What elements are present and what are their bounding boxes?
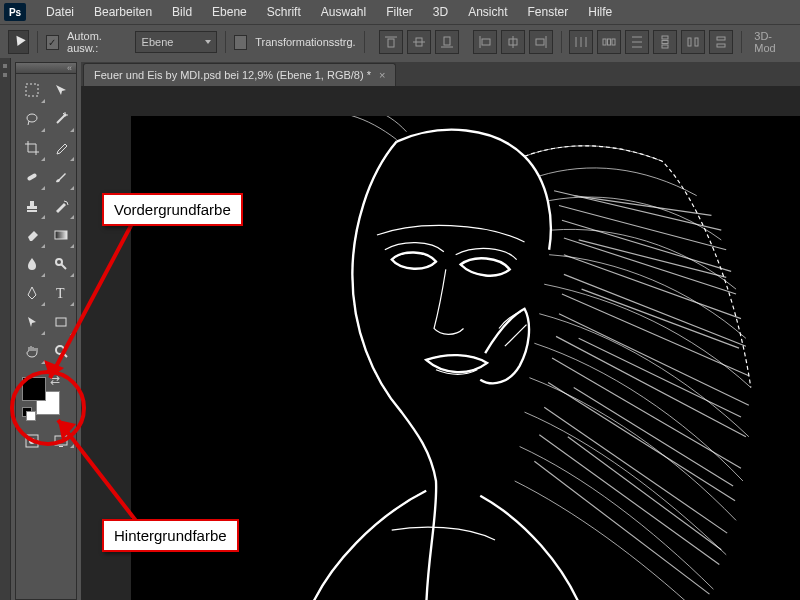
align-hcenter-icon[interactable] xyxy=(501,30,525,54)
menu-ansicht[interactable]: Ansicht xyxy=(458,0,517,24)
menu-schrift[interactable]: Schrift xyxy=(257,0,311,24)
active-tool-icon[interactable] xyxy=(8,30,29,54)
mode-3d-label[interactable]: 3D-Mod xyxy=(750,30,792,54)
svg-rect-27 xyxy=(717,44,725,47)
tool-magic-wand[interactable] xyxy=(47,105,75,133)
svg-text:T: T xyxy=(56,286,65,301)
app-logo: Ps xyxy=(4,3,26,21)
annotation-circle xyxy=(10,370,86,446)
align-left-icon[interactable] xyxy=(473,30,497,54)
close-tab-icon[interactable]: × xyxy=(379,69,385,81)
distribute-w-icon[interactable] xyxy=(681,30,705,54)
tool-lasso[interactable] xyxy=(18,105,46,133)
transform-controls-label: Transformationsstrg. xyxy=(255,36,355,48)
align-right-icon[interactable] xyxy=(529,30,553,54)
tool-pen[interactable] xyxy=(18,279,46,307)
svg-rect-31 xyxy=(27,173,38,181)
toolbox-collapse[interactable] xyxy=(16,63,76,74)
tool-hand[interactable] xyxy=(18,337,46,365)
menu-bearbeiten[interactable]: Bearbeiten xyxy=(84,0,162,24)
svg-rect-24 xyxy=(688,38,691,46)
annotation-background-label: Hintergrundfarbe xyxy=(102,519,239,552)
svg-rect-33 xyxy=(55,231,67,239)
separator xyxy=(561,31,562,53)
svg-rect-7 xyxy=(482,39,490,45)
align-vcenter-icon[interactable] xyxy=(407,30,431,54)
svg-point-29 xyxy=(27,114,37,122)
distribute-h-icon[interactable] xyxy=(569,30,593,54)
toolbox: T ⇄ xyxy=(15,62,77,600)
svg-rect-11 xyxy=(536,39,544,45)
distribute-v2-icon[interactable] xyxy=(653,30,677,54)
tool-rectangle[interactable] xyxy=(47,308,75,336)
menu-filter[interactable]: Filter xyxy=(376,0,423,24)
tool-eyedropper[interactable] xyxy=(47,134,75,162)
align-bottom-icon[interactable] xyxy=(435,30,459,54)
tool-blur[interactable] xyxy=(18,250,46,278)
svg-rect-23 xyxy=(662,45,668,48)
menu-bild[interactable]: Bild xyxy=(162,0,202,24)
separator xyxy=(225,31,226,53)
auto-select-dropdown[interactable]: Ebene xyxy=(135,31,218,53)
menu-datei[interactable]: Datei xyxy=(36,0,84,24)
tool-path-select[interactable] xyxy=(18,308,46,336)
svg-rect-16 xyxy=(608,39,611,45)
auto-select-checkbox[interactable] xyxy=(46,35,59,50)
annotation-foreground-label: Vordergrundfarbe xyxy=(102,193,243,226)
menu-auswahl[interactable]: Auswahl xyxy=(311,0,376,24)
tool-marquee[interactable] xyxy=(18,76,46,104)
distribute-h2-icon[interactable] xyxy=(597,30,621,54)
svg-rect-21 xyxy=(662,36,668,39)
auto-select-label: Autom. ausw.: xyxy=(67,30,127,54)
tool-stamp[interactable] xyxy=(18,192,46,220)
svg-rect-17 xyxy=(612,39,615,45)
menu-hilfe[interactable]: Hilfe xyxy=(578,0,622,24)
tool-history-brush[interactable] xyxy=(47,192,75,220)
svg-rect-41 xyxy=(59,446,63,447)
separator xyxy=(364,31,365,53)
svg-rect-32 xyxy=(27,210,37,212)
separator xyxy=(37,31,38,53)
transform-controls-checkbox[interactable] xyxy=(234,35,247,50)
tool-type[interactable]: T xyxy=(47,279,75,307)
align-top-icon[interactable] xyxy=(379,30,403,54)
distribute-v-icon[interactable] xyxy=(625,30,649,54)
tool-crop[interactable] xyxy=(18,134,46,162)
document-tab[interactable]: Feuer und Eis by MDI.psd bei 12,9% (Eben… xyxy=(83,63,396,86)
tool-gradient[interactable] xyxy=(47,221,75,249)
svg-point-37 xyxy=(56,346,64,354)
tool-move[interactable] xyxy=(47,76,75,104)
tool-heal[interactable] xyxy=(18,163,46,191)
menu-3d[interactable]: 3D xyxy=(423,0,458,24)
svg-rect-25 xyxy=(695,38,698,46)
document-tab-title: Feuer und Eis by MDI.psd bei 12,9% (Eben… xyxy=(94,69,371,81)
svg-rect-5 xyxy=(444,37,450,45)
distribute-h3-icon[interactable] xyxy=(709,30,733,54)
tool-dodge[interactable] xyxy=(47,250,75,278)
svg-rect-1 xyxy=(388,39,394,47)
svg-rect-28 xyxy=(26,84,38,96)
menu-fenster[interactable]: Fenster xyxy=(518,0,579,24)
tool-brush[interactable] xyxy=(47,163,75,191)
svg-rect-36 xyxy=(56,318,66,326)
svg-rect-22 xyxy=(662,41,668,44)
menu-ebene[interactable]: Ebene xyxy=(202,0,257,24)
svg-rect-26 xyxy=(717,37,725,40)
tool-zoom[interactable] xyxy=(47,337,75,365)
separator xyxy=(741,31,742,53)
tool-eraser[interactable] xyxy=(18,221,46,249)
svg-rect-15 xyxy=(603,39,606,45)
dock-strip xyxy=(0,58,11,600)
